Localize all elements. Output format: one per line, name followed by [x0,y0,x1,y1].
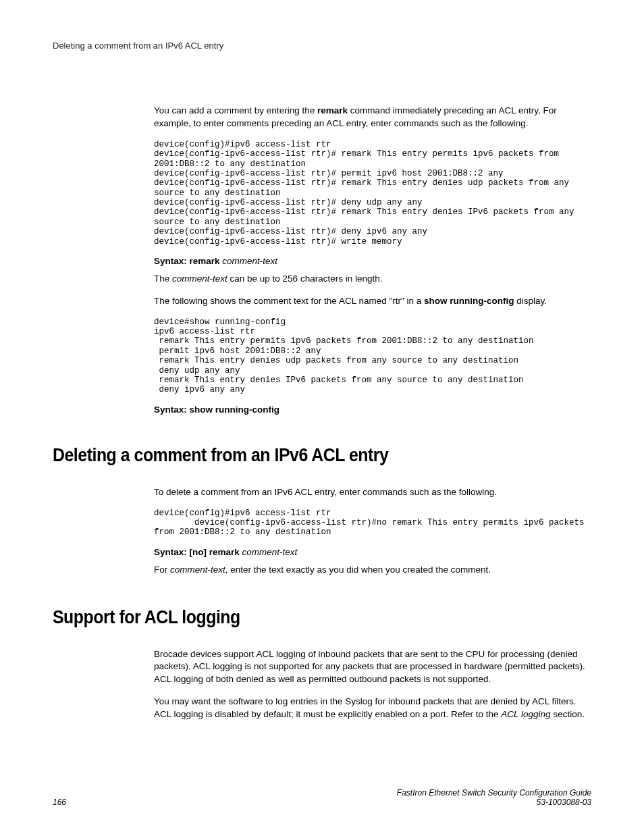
comment-length-note: The comment-text can be up to 256 charac… [154,273,591,286]
acl-logging-p2: You may want the software to log entries… [154,696,591,721]
text: , enter the text exactly as you did when… [225,565,491,575]
text: section. [551,709,585,719]
text: For [154,565,170,575]
delete-intro: To delete a comment from an IPv6 ACL ent… [154,486,591,499]
footer-docnum: 53-1003088-03 [397,798,591,807]
code-block-1: device(config)#ipv6 access-list rtr devi… [154,140,591,246]
syntax-arg: comment-text [222,256,277,266]
delete-note: For comment-text, enter the text exactly… [154,564,591,577]
show-running-intro: The following shows the comment text for… [154,295,591,308]
syntax-remark: Syntax: remark comment-text [154,256,591,266]
comment-text-term: comment-text [172,273,227,284]
text: You can add a comment by entering the [154,105,317,115]
section-heading-acl-logging: Support for ACL logging [53,607,548,628]
text: The [154,273,172,284]
page-header: Deleting a comment from an IPv6 ACL entr… [53,41,591,51]
comment-text-term: comment-text [170,565,225,575]
syntax-arg: comment-text [242,547,298,557]
footer-title: FastIron Ethernet Switch Security Config… [397,788,591,798]
text: The following shows the comment text for… [154,296,424,306]
text: display. [514,296,547,306]
acl-logging-term: ACL logging [501,709,550,719]
syntax-no-remark: Syntax: [no] remark comment-text [154,547,591,557]
syntax-label: Syntax: show running-config [154,405,279,415]
show-running-config-keyword: show running-config [424,296,514,306]
text: can be up to 256 characters in length. [227,273,383,284]
code-block-3: device(config)#ipv6 access-list rtr devi… [154,509,591,538]
section-heading-deleting-comment: Deleting a comment from an IPv6 ACL entr… [53,445,548,466]
intro-paragraph: You can add a comment by entering the re… [154,105,591,130]
footer-doc-info: FastIron Ethernet Switch Security Config… [397,788,591,807]
page-number: 166 [53,798,66,807]
code-block-2: device#show running-config ipv6 access-l… [154,317,591,395]
syntax-label: Syntax: remark [154,256,220,266]
syntax-label: Syntax: [no] remark [154,547,240,557]
remark-keyword: remark [317,105,348,115]
acl-logging-p1: Brocade devices support ACL logging of i… [154,648,591,687]
syntax-show-running-config: Syntax: show running-config [154,405,591,415]
page-footer: 166 FastIron Ethernet Switch Security Co… [53,788,591,807]
